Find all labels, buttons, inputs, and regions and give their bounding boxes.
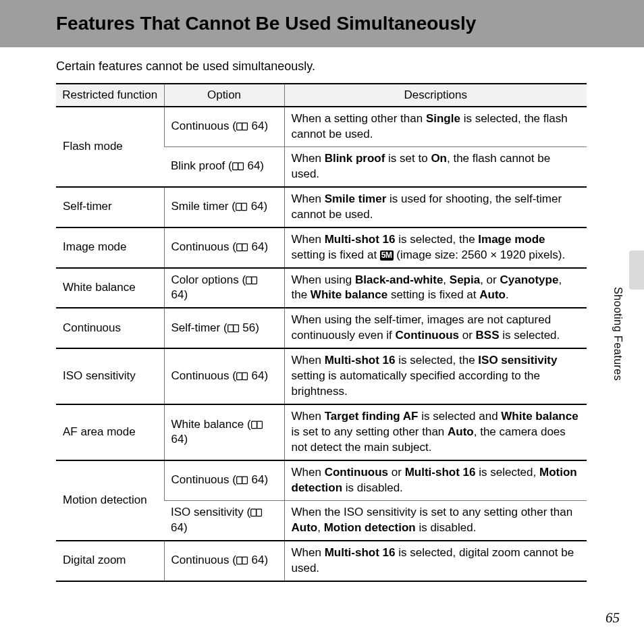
cell-desc: When a setting other than Single is sele… xyxy=(284,107,587,146)
image-mode-badge: 5M xyxy=(380,250,394,261)
cell-desc: When Multi-shot 16 is selected, the Imag… xyxy=(284,227,587,268)
book-icon xyxy=(236,202,248,211)
cell-func: Self-timer xyxy=(56,187,164,227)
cell-option: Color options ( 64) xyxy=(164,268,284,308)
cell-func: Image mode xyxy=(56,227,164,268)
col-restricted: Restricted function xyxy=(56,84,164,107)
cell-func: Continuous xyxy=(56,308,164,348)
book-icon xyxy=(236,475,248,485)
table-row: Digital zoom Continuous ( 64) When Multi… xyxy=(56,541,587,581)
restrictions-table: Restricted function Option Descriptions … xyxy=(56,83,587,582)
cell-func: AF area mode xyxy=(56,404,164,460)
book-icon xyxy=(246,275,258,285)
cell-option: Continuous ( 64) xyxy=(164,227,284,268)
cell-option: White balance ( 64) xyxy=(164,404,284,460)
cell-option: ISO sensitivity ( 64) xyxy=(164,500,284,540)
cell-desc: When using Black-and-white, Sepia, or Cy… xyxy=(284,268,587,308)
cell-func: Flash mode xyxy=(56,107,164,187)
table-row: Image mode Continuous ( 64) When Multi-s… xyxy=(56,227,587,268)
cell-desc: When Smile timer is used for shooting, t… xyxy=(284,187,587,227)
table-row: ISO sensitivity Continuous ( 64) When Mu… xyxy=(56,348,587,404)
book-icon xyxy=(227,323,240,333)
cell-func: Motion detection xyxy=(56,460,164,541)
book-icon xyxy=(232,161,244,171)
intro-text: Certain features cannot be used simultan… xyxy=(56,59,644,74)
table-row: Self-timer Smile timer ( 64) When Smile … xyxy=(56,187,587,227)
thumb-tab xyxy=(629,250,644,290)
col-option: Option xyxy=(164,84,284,107)
cell-option: Continuous ( 64) xyxy=(164,460,284,500)
cell-option: Continuous ( 64) xyxy=(164,107,284,146)
book-icon xyxy=(236,371,248,381)
cell-desc: When Target finding AF is selected and W… xyxy=(284,404,587,460)
book-icon xyxy=(250,508,263,517)
cell-option: Blink proof ( 64) xyxy=(164,146,284,186)
table-row: Flash mode Continuous ( 64) When a setti… xyxy=(56,107,587,146)
table-row: AF area mode White balance ( 64) When Ta… xyxy=(56,404,587,460)
section-label: Shooting Features xyxy=(612,287,624,381)
cell-desc: When the ISO sensitivity is set to any s… xyxy=(284,500,587,540)
page-title: Features That Cannot Be Used Simultaneou… xyxy=(56,13,476,34)
table-row: White balance Color options ( 64) When u… xyxy=(56,268,587,308)
page-number: 65 xyxy=(606,610,620,626)
cell-func: Digital zoom xyxy=(56,541,164,581)
book-icon xyxy=(236,556,248,565)
cell-option: Continuous ( 64) xyxy=(164,348,284,404)
cell-desc: When Continuous or Multi-shot 16 is sele… xyxy=(284,460,587,500)
book-icon xyxy=(251,420,263,429)
book-icon xyxy=(236,122,248,131)
cell-desc: When Multi-shot 16 is selected, digital … xyxy=(284,541,587,581)
table-row: Continuous Self-timer ( 56) When using t… xyxy=(56,308,587,348)
cell-func: ISO sensitivity xyxy=(56,348,164,404)
book-icon xyxy=(236,242,248,252)
cell-desc: When using the self-timer, images are no… xyxy=(284,308,587,348)
cell-option: Continuous ( 64) xyxy=(164,541,284,581)
cell-func: White balance xyxy=(56,268,164,308)
cell-option: Self-timer ( 56) xyxy=(164,308,284,348)
col-descriptions: Descriptions xyxy=(284,84,587,107)
cell-option: Smile timer ( 64) xyxy=(164,187,284,227)
cell-desc: When Blink proof is set to On, the flash… xyxy=(284,146,587,186)
cell-desc: When Multi-shot 16 is selected, the ISO … xyxy=(284,348,587,404)
table-row: Motion detection Continuous ( 64) When C… xyxy=(56,460,587,500)
table-header-row: Restricted function Option Descriptions xyxy=(56,84,587,107)
page-header: Features That Cannot Be Used Simultaneou… xyxy=(0,0,644,47)
